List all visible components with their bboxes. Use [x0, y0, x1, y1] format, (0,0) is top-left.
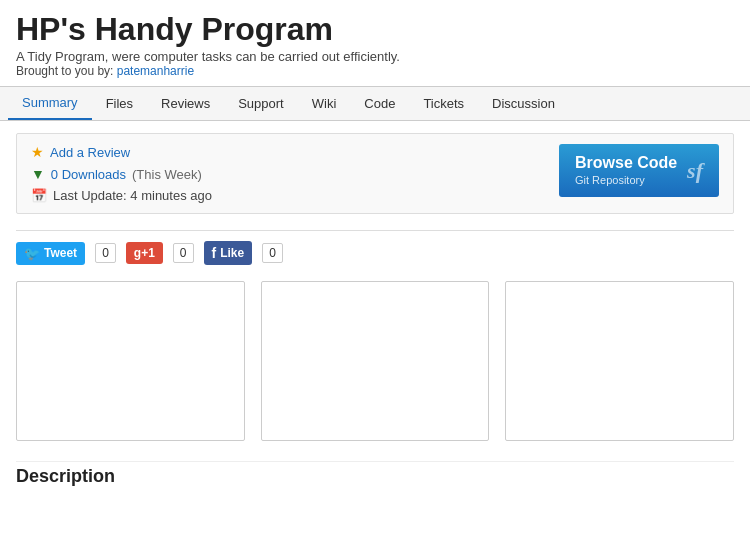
description-title: Description: [16, 461, 734, 487]
tweet-button[interactable]: 🐦 Tweet: [16, 242, 85, 265]
download-arrow-icon: ▼: [31, 166, 45, 182]
tab-discussion[interactable]: Discussion: [478, 87, 569, 120]
info-box: ★ Add a Review ▼ 0 Downloads (This Week)…: [16, 133, 734, 214]
add-review-label[interactable]: Add a Review: [50, 145, 130, 160]
tab-reviews[interactable]: Reviews: [147, 87, 224, 120]
tab-summary[interactable]: Summary: [8, 87, 92, 120]
brought-by-label: Brought to you by:: [16, 64, 113, 78]
tabs-bar: Summary Files Reviews Support Wiki Code …: [0, 86, 750, 121]
tweet-count: 0: [95, 243, 116, 263]
subtitle: A Tidy Program, were computer tasks can …: [16, 49, 734, 64]
add-review-row[interactable]: ★ Add a Review: [31, 144, 212, 160]
tab-files[interactable]: Files: [92, 87, 147, 120]
info-left: ★ Add a Review ▼ 0 Downloads (This Week)…: [31, 144, 212, 203]
star-icon: ★: [31, 144, 44, 160]
last-update-text: Last Update: 4 minutes ago: [53, 188, 212, 203]
screenshot-1: [16, 281, 245, 441]
tweet-label: Tweet: [44, 246, 77, 260]
calendar-icon: 📅: [31, 188, 47, 203]
browse-code-label: Browse Code: [575, 154, 677, 172]
downloads-period: (This Week): [132, 167, 202, 182]
gplus-button[interactable]: g+1: [126, 242, 163, 264]
gplus-count: 0: [173, 243, 194, 263]
browse-code-text: Browse Code Git Repository: [575, 154, 677, 187]
tab-wiki[interactable]: Wiki: [298, 87, 351, 120]
screenshot-3: [505, 281, 734, 441]
twitter-icon: 🐦: [24, 246, 40, 261]
main-content: ★ Add a Review ▼ 0 Downloads (This Week)…: [0, 121, 750, 499]
facebook-icon: f: [212, 245, 217, 261]
tab-code[interactable]: Code: [350, 87, 409, 120]
tab-support[interactable]: Support: [224, 87, 298, 120]
downloads-count[interactable]: 0 Downloads: [51, 167, 126, 182]
browse-code-sub: Git Repository: [575, 174, 645, 186]
tab-tickets[interactable]: Tickets: [409, 87, 478, 120]
screenshot-2: [261, 281, 490, 441]
author-link[interactable]: patemanharrie: [117, 64, 194, 78]
page-title: HP's Handy Program: [16, 12, 734, 47]
screenshots-row: [16, 281, 734, 441]
social-row: 🐦 Tweet 0 g+1 0 f Like 0: [16, 241, 734, 265]
like-label: Like: [220, 246, 244, 260]
browse-code-button[interactable]: Browse Code Git Repository sf: [559, 144, 719, 197]
gplus-label: g+1: [134, 246, 155, 260]
brought-by: Brought to you by: patemanharrie: [16, 64, 734, 78]
header: HP's Handy Program A Tidy Program, were …: [0, 0, 750, 86]
like-button[interactable]: f Like: [204, 241, 253, 265]
divider: [16, 230, 734, 231]
sf-logo: sf: [687, 158, 703, 184]
last-update-row: 📅 Last Update: 4 minutes ago: [31, 188, 212, 203]
downloads-row: ▼ 0 Downloads (This Week): [31, 166, 212, 182]
like-count: 0: [262, 243, 283, 263]
